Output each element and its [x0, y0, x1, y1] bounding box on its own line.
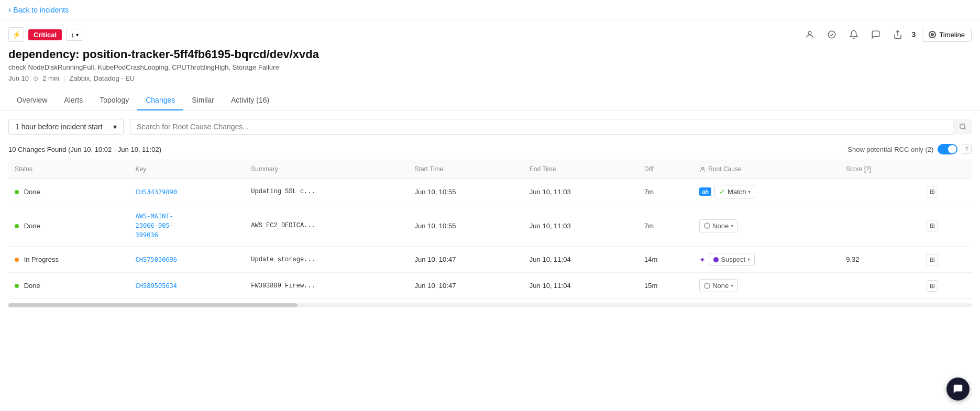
back-label: Back to incidents [13, 6, 69, 14]
svg-point-3 [960, 124, 964, 129]
cell-end-2: Jun 10, 11:03 [523, 205, 638, 247]
col-score: Score [?] [840, 160, 920, 179]
cell-end-4: Jun 10, 11:04 [523, 273, 638, 299]
header-left: ⚡ Critical ↕ ▾ [8, 27, 83, 42]
cell-summary-3: Update storage... [245, 247, 408, 273]
cell-rc-1: ah ✓ Match ▾ [693, 179, 840, 205]
key-link-1[interactable]: CHS34379890 [136, 188, 177, 196]
key-link-4[interactable]: CHS89505634 [136, 282, 177, 290]
root-cause-cell-3: ✦ Suspect ▾ [699, 253, 833, 266]
svg-line-4 [964, 128, 965, 130]
incident-title: dependency: position-tracker-5ff4fb6195-… [8, 48, 972, 61]
rc-match-label: Match [728, 188, 746, 196]
cell-status-3: In Progress [8, 247, 129, 273]
col-root-cause: Root Cause [693, 160, 840, 179]
cell-score-3: 9.32 [840, 247, 920, 273]
horizontal-scrollbar[interactable] [8, 303, 972, 307]
rc-match-dropdown[interactable]: ✓ Match ▾ [714, 185, 755, 198]
rc-none-dropdown-4[interactable]: None ▾ [699, 279, 738, 292]
cell-diff-4: 15m [638, 273, 693, 299]
status-label-2: Done [24, 222, 40, 230]
table-row: In Progress CHS75030696 Update storage..… [8, 247, 972, 273]
cell-score-1 [840, 179, 920, 205]
search-button[interactable] [953, 119, 972, 135]
tab-alerts[interactable]: Alerts [56, 91, 91, 110]
col-expand [920, 160, 972, 179]
timeline-button[interactable]: Timeline [922, 28, 972, 42]
tab-activity[interactable]: Activity (16) [223, 91, 278, 110]
tab-changes[interactable]: Changes [137, 91, 183, 110]
comment-button[interactable] [868, 27, 884, 42]
cell-score-4 [840, 273, 920, 299]
incident-checks: check NodeDiskRunningFull, KubePodCrashL… [8, 63, 972, 71]
status-dot-green [15, 190, 19, 194]
expand-button-4[interactable]: ⊞ [927, 280, 938, 292]
cell-key-4: CHS89505634 [129, 273, 245, 299]
rc-none-dropdown-2[interactable]: None ▾ [699, 219, 738, 232]
tab-topology[interactable]: Topology [91, 91, 137, 110]
rc-badge-ah: ah [699, 187, 711, 196]
cell-status-4: Done [8, 273, 129, 299]
rcc-toggle[interactable] [938, 144, 957, 154]
table-row: Done AWS-MAINT-23066-905-399036 AWS_EC2_… [8, 205, 972, 247]
cell-key-1: CHS34379890 [129, 179, 245, 205]
resolve-button[interactable] [824, 27, 840, 42]
notification-count: 3 [912, 30, 916, 39]
rc-chevron: ▾ [731, 223, 733, 229]
help-badge[interactable]: ? [962, 145, 972, 154]
status-label-1: Done [24, 188, 40, 196]
sort-button[interactable]: ↕ ▾ [66, 29, 83, 41]
status-label-4: Done [24, 282, 40, 290]
cell-rc-4: None ▾ [693, 273, 840, 299]
tab-similar[interactable]: Similar [183, 91, 223, 110]
cell-expand-4: ⊞ [920, 273, 972, 299]
search-input[interactable] [130, 119, 972, 135]
scrollbar-thumb[interactable] [8, 303, 298, 307]
root-cause-cell-4: None ▾ [699, 279, 833, 292]
incident-sources: Zabbix, Datadog - EU [69, 74, 135, 82]
time-range-select[interactable]: 1 hour before incident start ▾ [8, 119, 124, 135]
rc-suspect-dropdown[interactable]: Suspect ▾ [709, 253, 755, 266]
cell-status-1: Done [8, 179, 129, 205]
rcc-label: Show potential RCC only (2) [847, 146, 933, 153]
col-start-time: Start Time [409, 160, 523, 179]
user-icon-th [699, 166, 706, 173]
incident-title-bold: position-tracker-5ff4fb6195-bqrcd/dev/xv… [83, 48, 319, 61]
assign-button[interactable] [802, 27, 818, 42]
cell-rc-3: ✦ Suspect ▾ [693, 247, 840, 273]
timeline-radio-icon [929, 31, 936, 38]
svg-point-5 [702, 167, 704, 169]
expand-button-3[interactable]: ⊞ [927, 254, 938, 265]
tab-overview[interactable]: Overview [8, 91, 56, 110]
key-link-2[interactable]: AWS-MAINT-23066-905-399036 [136, 212, 239, 240]
cell-start-3: Jun 10, 10:47 [409, 247, 523, 273]
status-dot-orange [15, 258, 19, 262]
notifications-button[interactable] [846, 27, 862, 42]
lightning-badge[interactable]: ⚡ [8, 27, 24, 42]
table-container: Status Key Summary Start Time End Time D… [0, 160, 980, 299]
lightning-icon: ⚡ [12, 30, 21, 39]
search-box [130, 119, 972, 135]
sort-icon: ↕ [71, 31, 74, 39]
tabs-bar: Overview Alerts Topology Changes Similar… [0, 91, 980, 110]
col-summary: Summary [245, 160, 408, 179]
cell-summary-4: FW393889 Firew... [245, 273, 408, 299]
header-section: ⚡ Critical ↕ ▾ 3 [0, 20, 980, 82]
cell-diff-1: 7m [638, 179, 693, 205]
clock-icon: ⊙ [33, 75, 38, 82]
cell-end-1: Jun 10, 11:03 [523, 179, 638, 205]
cell-expand-1: ⊞ [920, 179, 972, 205]
time-range-label: 1 hour before incident start [15, 123, 103, 131]
sparkle-icon: ✦ [699, 256, 706, 264]
back-to-incidents-link[interactable]: ‹ Back to incidents [8, 5, 69, 15]
share-button[interactable] [890, 27, 906, 42]
rc-none-label-4: None [712, 282, 729, 290]
key-link-3[interactable]: CHS75030696 [136, 256, 177, 263]
cell-diff-3: 14m [638, 247, 693, 273]
expand-button-1[interactable]: ⊞ [927, 186, 938, 197]
check-icon: ✓ [719, 187, 725, 196]
expand-button-2[interactable]: ⊞ [927, 220, 938, 231]
rc-chevron: ▾ [747, 257, 750, 262]
time-range-chevron: ▾ [113, 123, 117, 131]
score-value-3: 9.32 [846, 256, 859, 263]
